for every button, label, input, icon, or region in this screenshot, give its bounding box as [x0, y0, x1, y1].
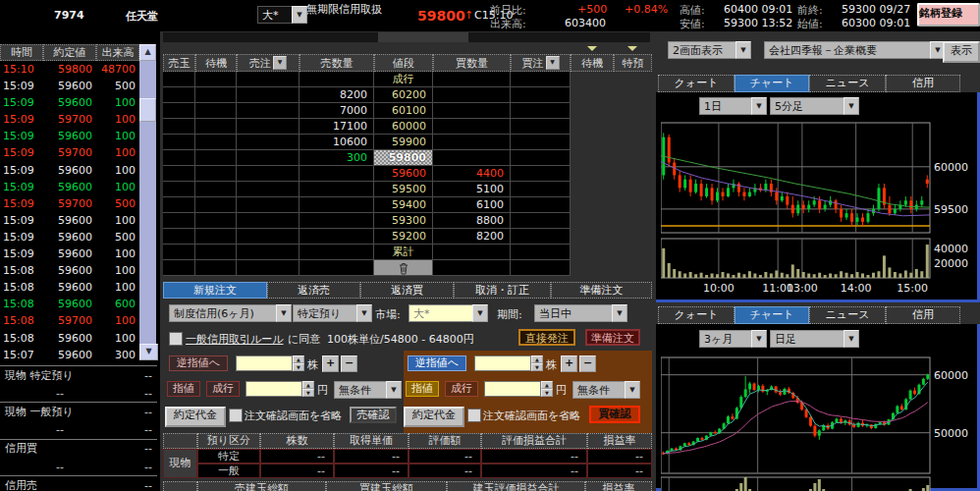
sell-qty-cell[interactable]: 300 — [299, 150, 374, 166]
chart2-interval-select[interactable]: 日足 ▼ — [770, 330, 859, 348]
sell-stop-button[interactable]: 逆指値へ — [169, 355, 228, 371]
book-row[interactable]: 300 59800 — [163, 150, 571, 166]
col-buy-open-total[interactable]: 買建玉総額 — [326, 481, 447, 491]
trade-row[interactable]: 15:09 59600 500 — [0, 78, 139, 94]
buy-limit-button[interactable]: 指値 — [406, 381, 439, 397]
buy-qty-spinner[interactable]: ▲▼ — [531, 355, 543, 371]
trade-row[interactable]: 15:09 59600 100 — [0, 179, 139, 195]
col-open-pl-rate[interactable]: 損益率 — [585, 481, 652, 491]
book-row[interactable]: 59500 5100 — [163, 182, 571, 197]
col-pl-rate[interactable]: 損益率 — [587, 433, 652, 449]
col-tokuyo[interactable]: 特預 — [614, 54, 652, 72]
buy-minus-button[interactable]: − — [579, 355, 596, 372]
book-row[interactable]: 17100 60000 — [163, 119, 571, 135]
col-avg-cost[interactable]: 取得単価 — [334, 433, 408, 449]
price-cell[interactable]: 59400 — [374, 197, 433, 213]
buy-qty-cell[interactable]: 6100 — [433, 197, 511, 213]
scrollbar-thumb[interactable] — [139, 98, 156, 122]
book-row[interactable]: 累計 — [163, 245, 571, 260]
scroll-down-icon[interactable]: ▼ — [139, 344, 158, 360]
sell-qty-cell[interactable]: 8200 — [299, 87, 374, 103]
col-account-type[interactable]: 預り区分 — [197, 433, 260, 449]
panel-tab[interactable]: クォート — [658, 306, 735, 324]
chevron-down-icon[interactable]: ▼ — [625, 381, 640, 399]
buy-qty-cell[interactable] — [433, 135, 511, 150]
sell-price-spinner[interactable]: ▲▼ — [302, 381, 314, 397]
panel-tab[interactable]: ニュース — [809, 306, 886, 324]
book-row[interactable]: 59600 4400 — [163, 166, 571, 182]
rule-link[interactable]: 一般信用取引ルール — [186, 332, 284, 347]
col-standby-sell[interactable]: 待機 — [195, 54, 237, 72]
trade-row[interactable]: 15:09 59600 100 — [0, 94, 139, 111]
prep-order-button[interactable]: 準備注文 — [585, 329, 640, 346]
col-open-pl-total[interactable]: 建玉評価損益合計 — [447, 481, 585, 491]
price-cell[interactable]: 59500 — [374, 182, 433, 197]
col-sell-orders[interactable]: 売注▼ — [237, 54, 299, 72]
price-cell[interactable]: 60200 — [374, 87, 433, 103]
sell-market-button[interactable]: 成行 — [206, 381, 240, 397]
rule-agree-checkbox[interactable] — [169, 332, 183, 346]
buy-cond-select[interactable]: 無条件 ▼ — [572, 381, 640, 399]
trade-row[interactable]: 15:09 59600 100 — [0, 128, 139, 144]
chevron-down-icon[interactable]: ▼ — [735, 41, 751, 59]
trade-row[interactable]: 15:09 59600 500 — [0, 229, 139, 246]
buy-qty-cell[interactable]: 5100 — [433, 182, 511, 197]
chevron-down-icon[interactable]: ▼ — [356, 304, 372, 322]
panel-tab[interactable]: ニュース — [809, 75, 886, 92]
sell-qty-cell[interactable] — [299, 213, 374, 229]
trade-row[interactable]: 15:09 59700 100 — [0, 111, 139, 128]
col-shares[interactable]: 株数 — [260, 433, 334, 449]
buy-qty-cell[interactable] — [433, 103, 511, 119]
scroll-up-icon[interactable]: ▲ — [139, 44, 156, 61]
strip-thumb[interactable] — [378, 32, 468, 42]
panel-tab[interactable]: 信用 — [886, 306, 960, 324]
trade-row[interactable]: 15:08 59600 100 — [0, 279, 139, 296]
buy-qty-cell[interactable] — [433, 87, 511, 103]
chevron-down-icon[interactable]: ▼ — [751, 97, 767, 115]
col-buy-orders[interactable]: 買注▼ — [511, 54, 571, 72]
sell-qty-cell[interactable] — [299, 197, 374, 213]
chevron-down-icon[interactable]: ▼ — [844, 330, 859, 348]
panel-tab[interactable]: クォート — [658, 75, 735, 92]
book-row[interactable]: 59200 8200 — [163, 229, 571, 245]
order-tab[interactable]: 新規注文 — [163, 282, 267, 299]
sell-qty-input[interactable] — [236, 355, 293, 371]
order-tab[interactable]: 取消・訂正 — [454, 282, 551, 299]
sell-qty-cell[interactable]: 7000 — [299, 103, 374, 119]
col-sell-positions[interactable]: 売玉 — [163, 54, 195, 72]
book-row[interactable]: 59400 6100 — [163, 197, 571, 213]
price-cell[interactable]: 59200 — [374, 229, 433, 245]
buy-qty-input[interactable] — [474, 355, 531, 371]
panel-tab[interactable]: チャート — [735, 75, 809, 92]
buy-qty-cell[interactable] — [433, 245, 511, 260]
col-header-volume[interactable]: 出来高 — [96, 44, 139, 61]
trash-button[interactable] — [374, 260, 433, 276]
board-scroll-strip[interactable] — [163, 32, 650, 42]
price-cell[interactable]: 59800 — [374, 150, 433, 166]
price-cell[interactable]: 59600 — [374, 166, 433, 182]
trade-row[interactable]: 15:10 59800 48700 — [0, 61, 139, 78]
col-sell-qty[interactable]: 売数量 — [299, 54, 374, 72]
col-sell-open-total[interactable]: 売建玉総額 — [197, 481, 326, 491]
chevron-down-icon[interactable]: ▼ — [751, 330, 767, 348]
trade-row[interactable]: 15:08 59700 100 — [0, 312, 139, 329]
trade-row[interactable]: 15:09 59600 100 — [0, 212, 139, 229]
buy-stop-button[interactable]: 逆指値へ — [408, 355, 466, 371]
order-market-select[interactable]: 大* ▼ — [408, 304, 488, 322]
direct-order-button[interactable]: 直接発注 — [518, 329, 575, 346]
sell-exec-amount-button[interactable]: 約定代金 — [165, 407, 226, 427]
book-row[interactable]: 7000 60100 — [163, 103, 571, 119]
chevron-down-icon[interactable]: ▼ — [273, 56, 287, 70]
col-value[interactable]: 評価額 — [408, 433, 481, 449]
sell-qty-cell[interactable] — [299, 166, 374, 182]
buy-qty-cell[interactable]: 4400 — [433, 166, 511, 182]
account-select[interactable]: 特定預り ▼ — [293, 304, 372, 322]
credit-type-select[interactable]: 制度信用(6ヶ月) ▼ — [169, 304, 292, 322]
order-tab[interactable]: 返済売 — [267, 282, 360, 299]
trade-row[interactable]: 15:08 59600 100 — [0, 330, 139, 347]
sell-qty-cell[interactable] — [299, 182, 374, 197]
sell-qty-cell[interactable]: 10600 — [299, 135, 374, 150]
sell-confirm-button[interactable]: 売確認 — [350, 407, 397, 423]
trade-row[interactable]: 15:09 59700 500 — [0, 195, 139, 212]
view-mode-select[interactable]: 2画面表示 ▼ — [668, 41, 751, 59]
